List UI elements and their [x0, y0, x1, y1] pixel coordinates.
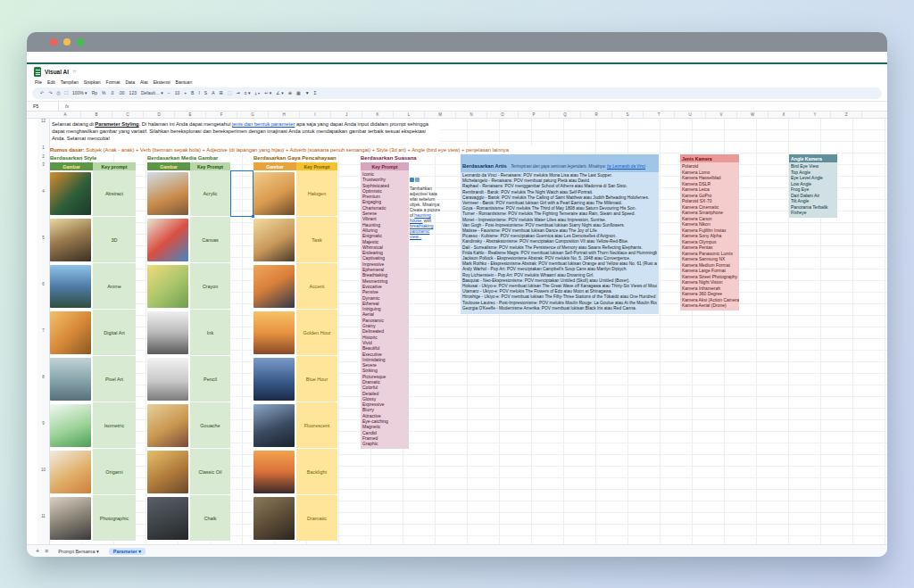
thumbnail-image[interactable] [253, 404, 295, 447]
text-rotation-icon[interactable]: ∠ ▾ [276, 87, 283, 99]
close-window-button[interactable] [50, 38, 57, 46]
merge-cells-icon[interactable]: ⇥ [236, 87, 239, 99]
key-prompt-cell[interactable]: Canvas [190, 217, 230, 263]
tab-parameter[interactable]: Parameter ▾ [109, 548, 145, 555]
key-prompt-cell[interactable]: Ink [190, 310, 230, 356]
key-prompt-cell[interactable]: Pencil [190, 356, 230, 402]
thumbnail-image[interactable] [147, 172, 188, 215]
row-header[interactable]: 10 [37, 468, 49, 472]
thumbnail-image[interactable] [147, 265, 188, 308]
redo-icon[interactable]: ↷ [48, 87, 52, 99]
column-header[interactable]: J [331, 112, 362, 118]
key-prompt-cell[interactable]: Fluorescent [296, 402, 337, 449]
column-header[interactable]: D [144, 112, 175, 118]
key-prompt-cell[interactable]: 3D [93, 217, 136, 263]
thumbnail-image[interactable] [253, 172, 295, 215]
column-header[interactable]: U [675, 112, 706, 118]
thumbnail-image[interactable] [253, 265, 295, 308]
currency-format-icon[interactable]: Rp [92, 87, 97, 99]
tab-prompt-bersama[interactable]: Prompt Bersama ▾ [54, 548, 104, 555]
menu-item[interactable]: Alat [140, 79, 148, 85]
borders-icon[interactable]: ⬚ [228, 87, 232, 99]
key-prompt-cell[interactable]: Blue Hour [296, 356, 337, 402]
column-header[interactable]: M [425, 112, 456, 118]
column-header[interactable]: K [362, 112, 394, 118]
font-size-input[interactable]: 10 [175, 87, 180, 99]
column-header[interactable]: V [706, 112, 737, 118]
key-prompt-cell[interactable]: Isometric [93, 402, 136, 449]
column-header[interactable]: C [112, 112, 144, 118]
filter-icon[interactable]: ▼ [305, 87, 310, 99]
column-header[interactable]: R [581, 112, 612, 118]
parameter-styling-link[interactable]: Parameter Styling [95, 121, 138, 127]
column-header[interactable]: B [81, 112, 112, 118]
menu-item[interactable]: Data [125, 79, 135, 85]
row-header[interactable]: 9 [37, 421, 49, 426]
row-header[interactable]: 8 [37, 375, 49, 379]
key-prompt-cell[interactable]: Abstract [93, 170, 136, 217]
column-header[interactable]: O [487, 112, 519, 118]
menu-item[interactable]: Ekstensi [154, 79, 170, 85]
row-header[interactable]: 3 [37, 162, 49, 167]
column-header[interactable]: N [456, 112, 487, 118]
insert-link-icon[interactable]: ⊕ [288, 87, 292, 99]
key-prompt-cell[interactable]: Gouache [190, 402, 230, 449]
list-item[interactable]: Turner - Romantisisme: POV melukis The F… [462, 211, 657, 217]
column-header[interactable]: Y [800, 112, 831, 118]
column-header[interactable]: Q [550, 112, 581, 118]
thumbnail-image[interactable] [147, 404, 188, 447]
row-header[interactable]: 11 [37, 514, 49, 518]
thumbnail-image[interactable] [50, 219, 91, 261]
artis-link[interactable]: by Leonardo da Vinci [607, 164, 645, 169]
thumbnail-image[interactable] [147, 219, 188, 261]
text-color-icon[interactable]: A [212, 87, 214, 99]
column-header[interactable]: A [50, 112, 81, 118]
italic-icon[interactable]: I [198, 87, 199, 99]
key-prompt-cell[interactable]: Accent [296, 263, 337, 310]
document-title[interactable]: Visual AI [45, 69, 69, 75]
print-icon[interactable]: ⎙ [56, 87, 60, 99]
thumbnail-image[interactable] [50, 451, 91, 493]
font-family-select[interactable]: Default… ▾ [141, 87, 163, 99]
key-prompt-cell[interactable]: Golden Hour [296, 310, 337, 356]
column-header[interactable]: E [175, 112, 206, 118]
row-header[interactable]: 1 [37, 145, 49, 150]
thumbnail-image[interactable] [50, 404, 91, 447]
menu-item[interactable]: Tampilan [61, 79, 79, 85]
column-header[interactable]: P [519, 112, 550, 118]
list-item[interactable]: Georgia O'Keeffe - Modernisme Amerika: P… [462, 306, 657, 311]
menu-item[interactable]: File [35, 79, 42, 85]
column-header[interactable]: L [394, 112, 425, 118]
number-format-icon[interactable]: 123 [129, 87, 137, 99]
all-sheets-button[interactable]: ≡ [45, 545, 48, 558]
row-header[interactable]: 5 [37, 236, 49, 240]
column-header[interactable]: F [206, 112, 237, 118]
key-prompt-cell[interactable]: Origami [93, 449, 136, 495]
thumbnail-image[interactable] [253, 451, 295, 493]
list-item[interactable]: Toulouse-Lautrec - Post-Impresionisme: P… [462, 301, 657, 306]
column-header[interactable]: Z [831, 112, 862, 118]
list-item[interactable]: Dalí - Surrealisme: POV melukis The Pers… [462, 245, 657, 251]
list-item[interactable]: Kamera Aerial (Drone) [682, 302, 739, 309]
key-prompt-cell[interactable]: Backlight [296, 449, 337, 495]
functions-icon[interactable]: Σ [314, 87, 317, 99]
row-header[interactable]: 6 [37, 282, 49, 286]
name-box[interactable]: F5 [27, 101, 59, 112]
percent-format-icon[interactable]: % [102, 87, 105, 99]
column-header[interactable]: T [644, 112, 675, 118]
decrease-font-size-icon[interactable]: − [168, 87, 170, 99]
thumbnail-image[interactable] [50, 497, 91, 540]
paint-format-icon[interactable]: ⛶ [64, 87, 68, 99]
list-item[interactable]: Fisheye [791, 210, 837, 216]
zoom-select[interactable]: 100% ▾ [72, 87, 87, 99]
thumbnail-image[interactable] [147, 358, 188, 401]
column-header[interactable]: H [269, 112, 300, 118]
row-header[interactable]: 2 [37, 154, 49, 159]
list-item[interactable]: Hiroshige - Ukiyo-e: POV membuat lukisan… [462, 294, 657, 300]
thumbnail-image[interactable] [253, 219, 295, 261]
fill-color-icon[interactable]: ⊞ [220, 87, 223, 99]
menu-item[interactable]: Sisipkan [84, 79, 101, 85]
list-item[interactable]: Kandinsky - Abstraksionisme: POV mencipt… [462, 239, 657, 244]
increase-font-size-icon[interactable]: + [184, 87, 187, 99]
key-prompt-cell[interactable]: Halogen [296, 170, 337, 217]
